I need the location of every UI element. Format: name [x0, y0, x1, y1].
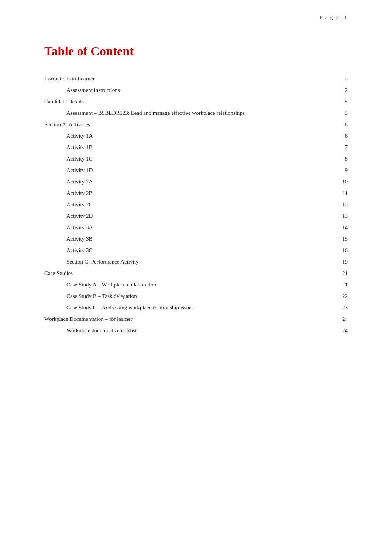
- toc-item-page: 5: [329, 96, 348, 107]
- toc-row: Case Studies21: [44, 268, 348, 279]
- toc-item-label: Case Study C – Addressing workplace rela…: [44, 302, 329, 313]
- toc-item-label: Case Studies: [44, 268, 329, 279]
- toc-item-page: 11: [329, 188, 348, 199]
- toc-item-page: 2: [329, 85, 348, 96]
- page-title: Table of Content: [44, 44, 348, 58]
- toc-row: Case Study A – Workplace collaboration21: [44, 279, 348, 291]
- toc-item-label: Section A: Activities: [44, 119, 329, 130]
- toc-item-label: Case Study A – Workplace collaboration: [44, 279, 329, 291]
- toc-row: Activity 1D9: [44, 165, 348, 176]
- toc-item-page: 6: [329, 119, 348, 130]
- toc-item-page: 6: [329, 130, 348, 142]
- toc-row: Activity 2C12: [44, 199, 348, 210]
- toc-item-label: Activity 2C: [44, 199, 329, 210]
- toc-item-label: Activity 1B: [44, 142, 329, 153]
- toc-item-label: Activity 1C: [44, 153, 329, 165]
- toc-item-label: Activity 1A: [44, 130, 329, 142]
- toc-row: Activity 2B11: [44, 188, 348, 199]
- toc-item-label: Activity 3A: [44, 222, 329, 233]
- toc-item-label: Candidate Details: [44, 96, 329, 107]
- toc-row: Activity 1B7: [44, 142, 348, 153]
- toc-row: Case Study C – Addressing workplace rela…: [44, 302, 348, 313]
- toc-item-label: Assessment instructions: [44, 85, 329, 96]
- toc-row: Activity 3A14: [44, 222, 348, 233]
- toc-row: Activity 2A10: [44, 176, 348, 188]
- toc-item-page: 14: [329, 222, 348, 233]
- toc-row: Assessment instructions2: [44, 85, 348, 96]
- toc-item-label: Activity 2A: [44, 176, 329, 188]
- toc-item-page: 21: [329, 279, 348, 291]
- toc-item-label: Workplace Documentation – for learner: [44, 313, 329, 325]
- toc-row: Workplace documents checklist24: [44, 325, 348, 336]
- toc-item-label: Section C: Performance Activity: [44, 256, 329, 268]
- toc-item-page: 24: [329, 313, 348, 325]
- toc-row: Activity 1A6: [44, 130, 348, 142]
- toc-item-page: 13: [329, 210, 348, 222]
- toc-row: Section C: Performance Activity19: [44, 256, 348, 268]
- toc-row: Activity 3C16: [44, 245, 348, 256]
- toc-table: Instructions to Learner2Assessment instr…: [44, 73, 348, 336]
- toc-row: Activity 2D13: [44, 210, 348, 222]
- toc-item-label: Activity 2D: [44, 210, 329, 222]
- toc-item-page: 24: [329, 325, 348, 336]
- toc-row: Section A: Activities6: [44, 119, 348, 130]
- toc-item-label: Instructions to Learner: [44, 73, 329, 85]
- toc-row: Candidate Details5: [44, 96, 348, 107]
- toc-item-label: Assessment – BSBLDR523: Lead and manage …: [44, 107, 329, 119]
- toc-item-label: Activity 3B: [44, 233, 329, 245]
- toc-item-label: Workplace documents checklist: [44, 325, 329, 336]
- toc-item-page: 7: [329, 142, 348, 153]
- page: P a g e | 1 Table of Content Instruction…: [0, 0, 392, 556]
- toc-row: Activity 1C8: [44, 153, 348, 165]
- toc-row: Activity 3B15: [44, 233, 348, 245]
- toc-item-page: 12: [329, 199, 348, 210]
- toc-item-page: 9: [329, 165, 348, 176]
- toc-item-page: 23: [329, 302, 348, 313]
- toc-item-page: 5: [329, 107, 348, 119]
- toc-item-page: 16: [329, 245, 348, 256]
- toc-item-page: 21: [329, 268, 348, 279]
- toc-item-page: 10: [329, 176, 348, 188]
- toc-row: Assessment – BSBLDR523: Lead and manage …: [44, 107, 348, 119]
- toc-item-page: 19: [329, 256, 348, 268]
- page-number: P a g e | 1: [320, 15, 348, 21]
- toc-item-label: Case Study B – Task delegation: [44, 291, 329, 302]
- toc-item-page: 2: [329, 73, 348, 85]
- toc-item-page: 15: [329, 233, 348, 245]
- toc-item-page: 8: [329, 153, 348, 165]
- toc-item-label: Activity 2B: [44, 188, 329, 199]
- toc-row: Workplace Documentation – for learner24: [44, 313, 348, 325]
- toc-item-label: Activity 3C: [44, 245, 329, 256]
- toc-item-page: 22: [329, 291, 348, 302]
- toc-row: Instructions to Learner2: [44, 73, 348, 85]
- toc-row: Case Study B – Task delegation22: [44, 291, 348, 302]
- toc-item-label: Activity 1D: [44, 165, 329, 176]
